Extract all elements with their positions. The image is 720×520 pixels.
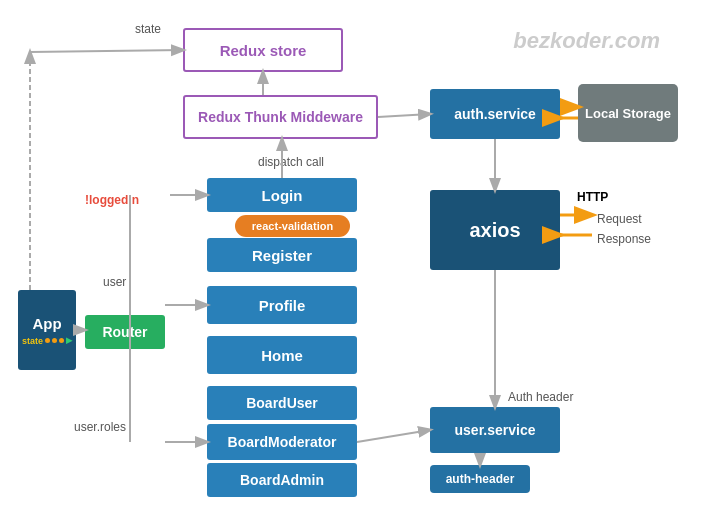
board-user-label: BoardUser (246, 395, 318, 411)
home-box: Home (207, 336, 357, 374)
app-label: App (32, 315, 61, 332)
not-logged-in-label: !loggedIn (85, 193, 139, 207)
svg-line-1 (30, 50, 183, 52)
user-roles-label: user.roles (74, 420, 126, 434)
response-label: Response (597, 232, 651, 246)
auth-service-box: auth.service (430, 89, 560, 139)
redux-store-label: Redux store (220, 42, 307, 59)
axios-label: axios (469, 219, 520, 242)
register-label: Register (252, 247, 312, 264)
http-label: HTTP (577, 190, 608, 204)
register-box: Register (207, 238, 357, 272)
svg-line-3 (378, 114, 430, 117)
request-label: Request (597, 212, 642, 226)
svg-line-14 (357, 430, 430, 442)
profile-box: Profile (207, 286, 357, 324)
arrows-overlay (0, 0, 720, 520)
router-label: Router (102, 324, 147, 340)
watermark: bezkoder.com (513, 28, 660, 54)
redux-thunk-box: Redux Thunk Middeware (183, 95, 378, 139)
board-admin-box: BoardAdmin (207, 463, 357, 497)
router-box: Router (85, 315, 165, 349)
board-admin-label: BoardAdmin (240, 472, 324, 488)
state-label: state (135, 22, 161, 36)
redux-store-box: Redux store (183, 28, 343, 72)
diagram: bezkoder.com Redux store Redux Thunk Mid… (0, 0, 720, 520)
app-box: App state ▶ (18, 290, 76, 370)
auth-header-box: auth-header (430, 465, 530, 493)
react-validation-label: react-validation (252, 220, 333, 232)
user-service-box: user.service (430, 407, 560, 453)
local-storage-label: Local Storage (585, 106, 671, 121)
board-moderator-box: BoardModerator (207, 424, 357, 460)
profile-label: Profile (259, 297, 306, 314)
user-service-label: user.service (455, 422, 536, 438)
auth-header-label: auth-header (446, 472, 515, 486)
login-label: Login (262, 187, 303, 204)
axios-box: axios (430, 190, 560, 270)
board-user-box: BoardUser (207, 386, 357, 420)
home-label: Home (261, 347, 303, 364)
react-validation-box: react-validation (235, 215, 350, 237)
local-storage-box: Local Storage (578, 84, 678, 142)
auth-header-main-label: Auth header (508, 390, 573, 404)
redux-thunk-label: Redux Thunk Middeware (198, 109, 363, 125)
auth-service-label: auth.service (454, 106, 536, 122)
user-label: user (103, 275, 126, 289)
board-moderator-label: BoardModerator (228, 434, 337, 450)
dispatch-call-label: dispatch call (258, 155, 324, 169)
login-box: Login (207, 178, 357, 212)
